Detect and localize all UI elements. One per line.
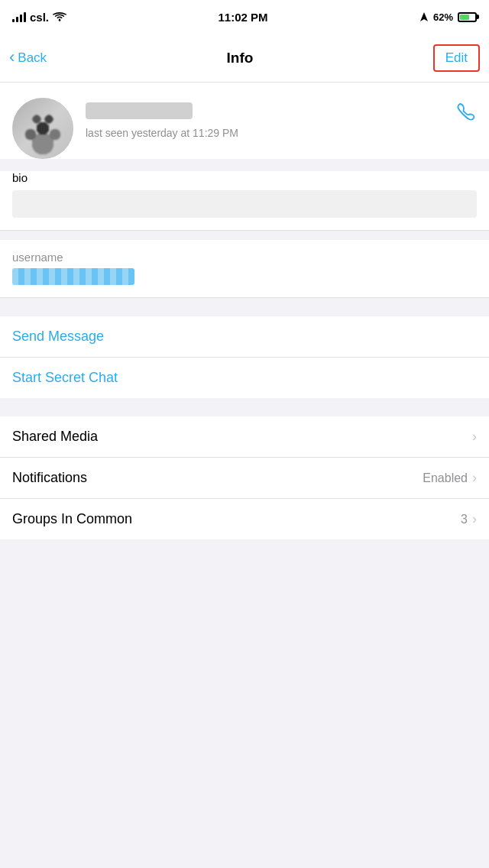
bio-content — [12, 190, 477, 218]
notifications-right: Enabled › — [423, 470, 477, 486]
bio-label: bio — [12, 171, 477, 184]
actions-section: Send Message Start Secret Chat — [0, 316, 489, 398]
separator-3 — [0, 398, 489, 407]
carrier-label: csl. — [30, 11, 49, 24]
shared-media-right: › — [472, 429, 477, 445]
separator-1 — [0, 231, 489, 240]
last-seen-label: last seen yesterday at 11:29 PM — [86, 127, 455, 139]
profile-section: last seen yesterday at 11:29 PM — [0, 83, 489, 159]
username-label: username — [12, 251, 477, 264]
shared-media-chevron-icon: › — [472, 429, 477, 445]
page-title: Info — [227, 50, 254, 66]
signal-bars-icon — [12, 11, 26, 22]
back-label: Back — [18, 50, 47, 66]
avatar-image — [12, 98, 73, 159]
groups-in-common-label: Groups In Common — [12, 511, 132, 527]
settings-section: Shared Media › Notifications Enabled › G… — [0, 416, 489, 539]
profile-info: last seen yesterday at 11:29 PM — [73, 98, 455, 139]
shared-media-label: Shared Media — [12, 429, 98, 445]
send-message-button[interactable]: Send Message — [0, 316, 489, 358]
call-button[interactable] — [455, 98, 477, 128]
groups-in-common-row[interactable]: Groups In Common 3 › — [0, 499, 489, 539]
status-time: 11:02 PM — [218, 11, 267, 24]
send-message-label: Send Message — [12, 329, 104, 345]
battery-icon — [458, 12, 477, 22]
start-secret-chat-button[interactable]: Start Secret Chat — [0, 358, 489, 398]
battery-percent: 62% — [433, 11, 453, 23]
phone-icon — [455, 101, 477, 122]
groups-in-common-chevron-icon: › — [472, 511, 477, 527]
profile-header: last seen yesterday at 11:29 PM — [12, 98, 477, 159]
notifications-chevron-icon: › — [472, 470, 477, 486]
back-button[interactable]: ‹ Back — [9, 50, 47, 66]
start-secret-chat-label: Start Secret Chat — [12, 370, 118, 386]
groups-in-common-right: 3 › — [461, 511, 477, 527]
bio-section: bio — [0, 171, 489, 231]
nav-bar: ‹ Back Info Edit — [0, 34, 489, 83]
status-right: 62% — [419, 11, 477, 23]
location-icon — [419, 11, 429, 22]
profile-name-blurred — [86, 102, 193, 119]
notifications-label: Notifications — [12, 470, 87, 486]
username-section: username — [0, 240, 489, 298]
shared-media-row[interactable]: Shared Media › — [0, 416, 489, 458]
notifications-row[interactable]: Notifications Enabled › — [0, 458, 489, 499]
notifications-value: Enabled — [423, 471, 468, 485]
edit-button[interactable]: Edit — [433, 44, 480, 72]
avatar — [12, 98, 73, 159]
groups-in-common-value: 3 — [461, 513, 468, 526]
separator-2 — [0, 298, 489, 307]
wifi-icon — [53, 11, 66, 22]
username-value-blurred — [12, 268, 134, 285]
status-left: csl. — [12, 11, 66, 24]
svg-point-0 — [59, 19, 61, 21]
back-chevron-icon: ‹ — [9, 49, 15, 66]
status-bar: csl. 11:02 PM 62% — [0, 0, 489, 34]
